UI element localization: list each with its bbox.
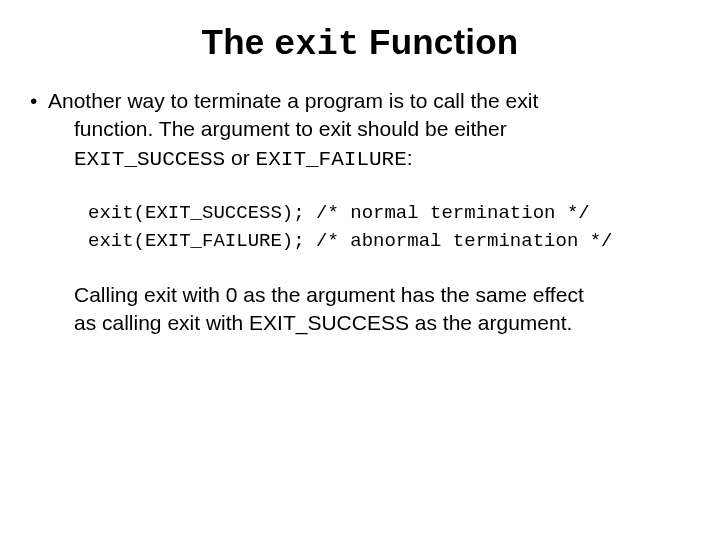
const-exit-failure: EXIT_FAILURE <box>256 148 407 171</box>
bullet-line3-mid: or <box>225 146 255 169</box>
closing-paragraph: Calling exit with 0 as the argument has … <box>74 281 672 338</box>
para-line2: as calling exit with EXIT_SUCCESS as the… <box>74 309 672 337</box>
const-exit-success: EXIT_SUCCESS <box>74 148 225 171</box>
bullet-continuation: function. The argument to exit should be… <box>74 115 692 174</box>
bullet-line2: function. The argument to exit should be… <box>74 115 692 143</box>
code-example: exit(EXIT_SUCCESS); /* normal terminatio… <box>88 200 692 255</box>
slide-title: The exit Function <box>28 22 692 65</box>
code-line2: exit(EXIT_FAILURE); /* abnormal terminat… <box>88 230 613 252</box>
bullet-line1: Another way to terminate a program is to… <box>48 87 692 115</box>
title-post: Function <box>359 22 518 61</box>
title-code: exit <box>274 25 359 65</box>
bullet-item: • Another way to terminate a program is … <box>28 87 692 115</box>
para-line1: Calling exit with 0 as the argument has … <box>74 281 672 309</box>
bullet-mark: • <box>28 87 48 115</box>
bullet-line3-end: : <box>407 146 413 169</box>
title-pre: The <box>202 22 275 61</box>
code-line1: exit(EXIT_SUCCESS); /* normal terminatio… <box>88 202 590 224</box>
slide: The exit Function • Another way to termi… <box>0 0 720 540</box>
bullet-line3: EXIT_SUCCESS or EXIT_FAILURE: <box>74 144 692 174</box>
